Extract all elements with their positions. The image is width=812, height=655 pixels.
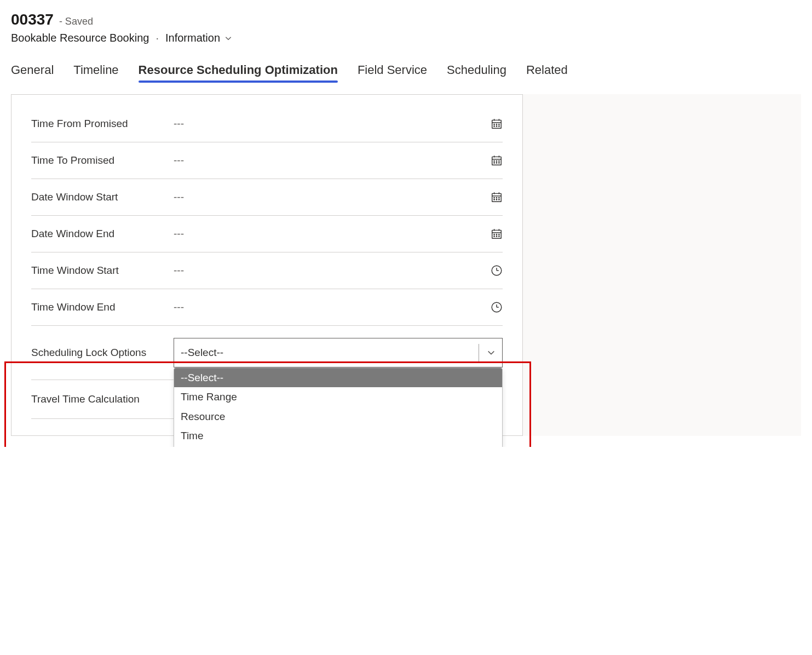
saved-status: - Saved: [59, 16, 93, 27]
tab-list: General Timeline Resource Scheduling Opt…: [11, 60, 801, 83]
field-date-window-end[interactable]: Date Window End ---: [31, 216, 503, 252]
svg-point-29: [499, 199, 499, 200]
record-title: 00337: [11, 11, 54, 28]
field-value-text: ---: [174, 301, 491, 313]
svg-point-5: [496, 124, 497, 124]
tab-field-service[interactable]: Field Service: [358, 60, 427, 83]
chevron-down-icon: [224, 35, 232, 42]
dropdown-option-select[interactable]: --Select--: [174, 368, 502, 387]
svg-point-19: [499, 163, 499, 163]
svg-point-9: [499, 126, 499, 127]
dropdown-option-resource[interactable]: Resource: [174, 407, 502, 426]
content-area: Time From Promised --- Time To Promised: [11, 94, 801, 436]
field-label: Time Window Start: [31, 265, 174, 277]
dropdown-list: --Select-- Time Range Resource Time Reso…: [174, 367, 503, 447]
dropdown-option-time-range[interactable]: Time Range: [174, 387, 502, 406]
field-label: Travel Time Calculation: [31, 392, 174, 406]
svg-point-36: [499, 234, 499, 234]
svg-point-25: [496, 197, 497, 198]
calendar-icon[interactable]: [491, 191, 503, 203]
field-date-window-start[interactable]: Date Window Start ---: [31, 179, 503, 216]
record-subheader: Bookable Resource Booking · Information: [11, 32, 801, 44]
tab-general[interactable]: General: [11, 60, 54, 83]
field-scheduling-lock-options[interactable]: Scheduling Lock Options --Select-- --Sel…: [31, 326, 503, 380]
svg-point-7: [494, 126, 494, 127]
field-label: Date Window End: [31, 228, 174, 240]
form-name: Information: [165, 32, 220, 44]
select-placeholder: --Select--: [181, 347, 223, 359]
field-value-wrapper: ---: [174, 118, 503, 130]
svg-point-14: [494, 160, 494, 161]
svg-point-6: [499, 124, 499, 124]
field-value-wrapper: ---: [174, 265, 503, 277]
field-value-text: ---: [174, 154, 671, 166]
field-value-wrapper: ---: [174, 301, 503, 313]
calendar-icon[interactable]: [491, 118, 503, 130]
field-value-wrapper: ---: [174, 154, 503, 166]
dropdown-option-resource-time[interactable]: Resource + Time: [174, 446, 502, 447]
svg-point-39: [499, 236, 499, 237]
field-time-window-end[interactable]: Time Window End ---: [31, 289, 503, 326]
field-time-to-promised[interactable]: Time To Promised ---: [31, 142, 503, 179]
page-root: 00337 - Saved Bookable Resource Booking …: [0, 0, 812, 447]
field-label: Time To Promised: [31, 154, 174, 166]
tab-resource-scheduling-optimization[interactable]: Resource Scheduling Optimization: [139, 60, 338, 83]
tab-scheduling[interactable]: Scheduling: [447, 60, 506, 83]
calendar-icon[interactable]: [491, 228, 503, 240]
svg-point-8: [496, 126, 497, 127]
field-value-text: ---: [174, 118, 671, 130]
dropdown-option-time[interactable]: Time: [174, 426, 502, 445]
field-label: Time From Promised: [31, 118, 174, 130]
tab-timeline[interactable]: Timeline: [73, 60, 118, 83]
select-divider: [479, 344, 479, 361]
calendar-icon[interactable]: [491, 154, 503, 166]
field-label: Scheduling Lock Options: [31, 346, 174, 360]
form-panel: Time From Promised --- Time To Promised: [11, 94, 523, 436]
select-box[interactable]: --Select--: [174, 338, 503, 367]
clock-icon[interactable]: [491, 301, 503, 313]
chevron-down-icon: [487, 348, 496, 357]
svg-point-16: [499, 160, 499, 161]
field-label: Time Window End: [31, 301, 174, 313]
field-value-wrapper: ---: [174, 191, 503, 203]
select-wrapper: --Select-- --Select-- Time Range Resourc…: [174, 338, 503, 367]
svg-point-38: [496, 236, 497, 237]
tab-related[interactable]: Related: [526, 60, 568, 83]
svg-point-26: [499, 197, 499, 198]
field-value-text: ---: [174, 228, 491, 240]
svg-point-18: [496, 163, 497, 163]
svg-point-27: [494, 199, 494, 200]
svg-point-17: [494, 163, 494, 163]
svg-point-34: [494, 234, 494, 234]
svg-point-37: [494, 236, 494, 237]
form-selector[interactable]: Information: [165, 32, 232, 44]
svg-point-24: [494, 197, 494, 198]
svg-point-28: [496, 199, 497, 200]
field-time-window-start[interactable]: Time Window Start ---: [31, 252, 503, 289]
record-header: 00337 - Saved: [11, 11, 801, 28]
field-value-wrapper: ---: [174, 228, 503, 240]
clock-icon[interactable]: [491, 265, 503, 277]
svg-point-35: [496, 234, 497, 234]
field-value-text: ---: [174, 265, 491, 277]
field-time-from-promised[interactable]: Time From Promised ---: [31, 106, 503, 142]
entity-name: Bookable Resource Booking: [11, 32, 149, 44]
svg-point-15: [496, 160, 497, 161]
subheader-separator: ·: [152, 32, 162, 44]
svg-point-4: [494, 124, 494, 124]
field-label: Date Window Start: [31, 191, 174, 203]
field-value-text: ---: [174, 191, 491, 203]
